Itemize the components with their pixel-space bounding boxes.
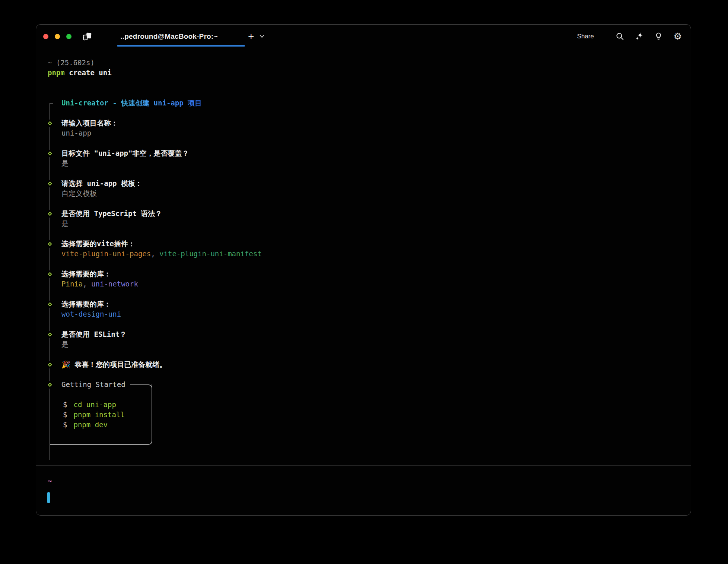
step-diamond-icon (47, 120, 53, 127)
step-diamond-icon (47, 210, 53, 218)
blank (36, 138, 691, 148)
lightbulb-icon[interactable] (654, 32, 663, 41)
zoom-button[interactable] (66, 34, 71, 39)
blank (36, 88, 691, 98)
step-diamond-icon (47, 331, 53, 338)
answer-text: 自定义模板 (61, 189, 97, 197)
terminal-input-block[interactable]: ~ (36, 466, 691, 515)
blank (36, 199, 691, 209)
panes-icon-front (83, 34, 88, 40)
answer-text: , (151, 250, 159, 258)
chevron-down-icon[interactable] (259, 34, 265, 38)
getting-started-command: $pnpm install (36, 410, 691, 420)
command-text: cd uni-app (73, 400, 116, 409)
step-diamond-icon (47, 381, 53, 389)
wizard-question: 是否使用 ESLint？ (36, 329, 691, 339)
wizard-answer: Pinia, uni-network (36, 279, 691, 289)
question-text: 目标文件 "uni-app"非空，是否覆盖？ (61, 149, 189, 157)
wizard-answer: 是 (36, 158, 691, 168)
wizard-title: Uni-creator - 快速创建 uni-app 项目 (61, 99, 202, 107)
wizard-question: 是否使用 TypeScript 语法？ (36, 209, 691, 219)
minimize-button[interactable] (55, 34, 60, 39)
command-meta-line: ~ (25.602s) (36, 58, 691, 68)
wizard-question: 目标文件 "uni-app"非空，是否覆盖？ (36, 148, 691, 158)
blank (36, 78, 691, 88)
command-text: pnpm install (73, 411, 124, 419)
wizard-answer: wot-design-uni (36, 309, 691, 319)
question-text: 请选择 uni-app 模板： (61, 179, 142, 187)
step-diamond-icon (47, 150, 53, 157)
prompt-cwd: ~ (48, 476, 52, 485)
answer-text: vite-plugin-uni-manifest (159, 250, 262, 258)
terminal-window: ..pedround@MacBook-Pro:~ + Share ⚙ (36, 24, 691, 516)
blank (36, 390, 691, 400)
dollar-sign: $ (63, 421, 67, 429)
wizard-question: 选择需要的库： (36, 269, 691, 279)
command-text: pnpm dev (73, 421, 108, 429)
wizard-intro: Uni-creator - 快速创建 uni-app 项目 (36, 98, 691, 108)
tab-title: ..pedround@MacBook-Pro:~ (120, 32, 217, 41)
close-button[interactable] (43, 34, 48, 39)
terminal-output[interactable]: ~ (25.602s)pnpm create uniUni-creator - … (36, 48, 691, 465)
wizard-answer: uni-app (36, 128, 691, 138)
wizard-answer: 自定义模板 (36, 188, 691, 199)
command-cwd: ~ (48, 58, 56, 67)
answer-text: vite-plugin-uni-pages (61, 250, 151, 258)
answer-text: wot-design-uni (61, 310, 121, 318)
ai-sparkles-icon[interactable] (634, 32, 644, 41)
wizard-question: 请输入项目名称： (36, 118, 691, 128)
step-diamond-icon (47, 361, 53, 368)
blank (36, 450, 691, 460)
blank (36, 440, 691, 450)
answer-text: , (83, 280, 91, 288)
blank (36, 349, 691, 359)
blank (36, 108, 691, 118)
answer-text: uni-network (91, 280, 138, 288)
titlebar: ..pedround@MacBook-Pro:~ + Share ⚙ (36, 25, 691, 48)
terminal-rows: ~ (25.602s)pnpm create uniUni-creator - … (36, 58, 691, 460)
tab-active[interactable]: ..pedround@MacBook-Pro:~ (101, 25, 238, 48)
answer-text: uni-app (61, 129, 91, 137)
answer-text: Pinia (61, 280, 83, 288)
command-duration: (25.602s) (56, 58, 95, 67)
window-controls (43, 34, 71, 39)
blank (36, 259, 691, 269)
gear-icon[interactable]: ⚙ (673, 32, 683, 41)
outro-text: 🎉 恭喜！您的项目已准备就绪。 (61, 360, 166, 368)
wizard-answer: 是 (36, 339, 691, 349)
command-token: pnpm (48, 69, 65, 77)
command-token: create uni (65, 69, 112, 77)
getting-started-command: $cd uni-app (36, 400, 691, 410)
search-icon[interactable] (615, 32, 624, 41)
new-tab-button[interactable]: + (248, 31, 254, 42)
question-text: 选择需要的库： (61, 300, 111, 308)
dollar-sign: $ (63, 411, 67, 419)
blank (36, 289, 691, 299)
getting-started-command: $pnpm dev (36, 420, 691, 430)
blank (36, 168, 691, 178)
blank (36, 319, 691, 329)
blank (36, 370, 691, 380)
getting-started-title: Getting Started (36, 380, 691, 390)
gear-glyph: ⚙ (674, 32, 682, 41)
share-button[interactable]: Share (577, 33, 594, 40)
wizard-question: 请选择 uni-app 模板： (36, 178, 691, 188)
wizard-question: 选择需要的vite插件： (36, 239, 691, 249)
prompt-cwd-line: ~ (48, 476, 691, 485)
question-text: 选择需要的库： (61, 270, 111, 278)
answer-text: 是 (61, 219, 69, 228)
wizard-answer: vite-plugin-uni-pages, vite-plugin-uni-m… (36, 249, 691, 259)
question-text: 是否使用 TypeScript 语法？ (61, 209, 162, 218)
text-cursor (47, 492, 50, 503)
wizard-answer: 是 (36, 219, 691, 229)
answer-text: 是 (61, 159, 69, 167)
step-diamond-icon (47, 180, 53, 187)
step-diamond-icon (47, 301, 53, 308)
blank (36, 430, 691, 440)
dollar-sign: $ (63, 400, 67, 409)
getting-started-label: Getting Started (61, 380, 130, 390)
panes-icon[interactable] (83, 33, 92, 40)
step-diamond-icon (47, 240, 53, 248)
wizard-question: 选择需要的库： (36, 299, 691, 309)
question-text: 是否使用 ESLint？ (61, 330, 127, 338)
